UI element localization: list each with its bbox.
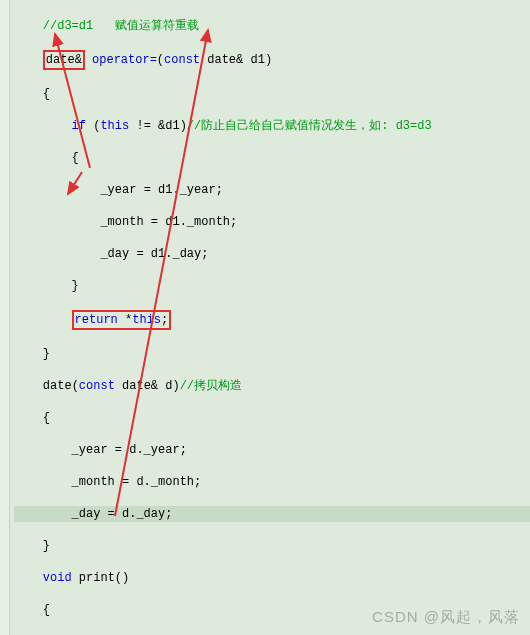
- watermark: CSDN @风起，风落: [372, 608, 520, 627]
- comment-self-assign: //防止自己给自己赋值情况发生，如: d3=d3: [187, 119, 432, 133]
- comment: //d3=d1 赋值运算符重载: [43, 19, 199, 33]
- copy-year: _year = d._year;: [72, 443, 187, 457]
- code-editor: //d3=d1 赋值运算符重载 date& operator=(const da…: [0, 0, 530, 635]
- assign-year: _year = d1._year;: [100, 183, 222, 197]
- redbox-return-this: return *this;: [72, 310, 172, 330]
- assign-day: _day = d1._day;: [100, 247, 208, 261]
- assign-month: _month = d1._month;: [100, 215, 237, 229]
- copy-day: _day = d._day;: [72, 507, 173, 521]
- code-gutter: [0, 0, 10, 635]
- redbox-return-type: date&: [43, 50, 85, 70]
- print-name: print: [79, 571, 115, 585]
- copy-month: _month = d._month;: [72, 475, 202, 489]
- operator-keyword: operator=: [92, 53, 157, 67]
- comment-copy-ctor: //拷贝构造: [180, 379, 242, 393]
